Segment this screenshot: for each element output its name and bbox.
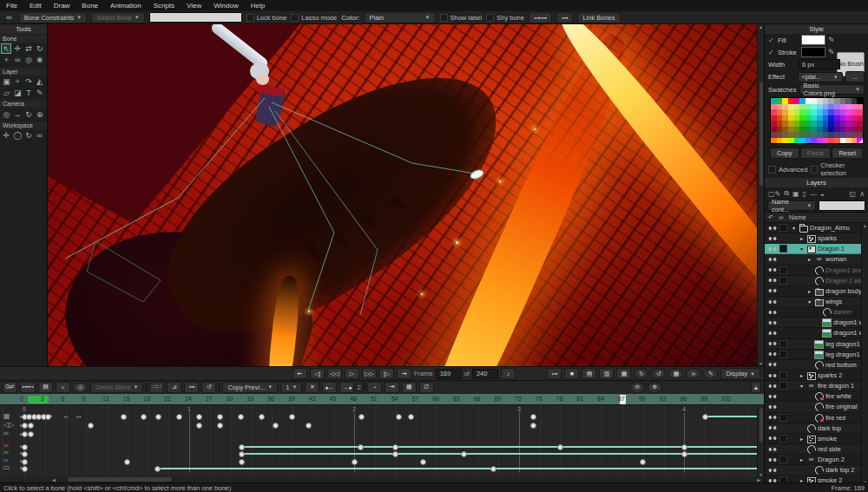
visibility-eyes-icon[interactable] (767, 447, 778, 452)
insert-frame-icon[interactable]: ⇥ (385, 382, 399, 393)
color-swatch[interactable] (852, 138, 858, 144)
keyframe-arrow-icon[interactable]: ↔ (76, 412, 82, 420)
layer-checkbox[interactable] (779, 340, 787, 348)
layer-row-dragon1-win[interactable]: dragon1 win (765, 328, 868, 338)
expand-arrow-icon[interactable]: ▸ (799, 372, 805, 378)
layer-row-fire-dragon-1[interactable]: ▾∞fire dragon 1 (765, 381, 868, 391)
keyframe-dot[interactable] (141, 414, 147, 420)
layer-checkbox[interactable] (779, 414, 787, 422)
jump-end-button[interactable]: ⇥ (397, 368, 411, 379)
reparent-bone-tool-icon[interactable]: ∞ (12, 55, 23, 65)
layer-row-smoke[interactable]: ▸smoke (765, 434, 868, 444)
tracks-vertical-scrollbar[interactable]: ▼ (757, 404, 764, 477)
menu-window[interactable]: Window (207, 2, 244, 10)
roll-camera-tool-icon[interactable]: ↻ (23, 109, 34, 120)
visibility-eyes-icon[interactable] (767, 436, 778, 441)
onion-skin-icon[interactable]: ◎ (73, 382, 88, 393)
select-bone-tool-icon[interactable]: ↖ (1, 43, 11, 54)
layer-row-leg-dragon1-1[interactable]: leg dragon1 1 (765, 339, 868, 350)
orbit-view-icon[interactable]: ↻ (634, 368, 648, 379)
visibility-eyes-icon[interactable] (767, 246, 778, 252)
bone-display-icon[interactable]: ⊶ (547, 368, 562, 379)
stroke-pen-icon[interactable]: ✎ (828, 48, 835, 56)
expand-arrow-icon[interactable]: ▾ (806, 298, 812, 305)
checker-selection-checkbox[interactable]: Checker selection (811, 161, 865, 177)
visibility-eyes-icon[interactable] (767, 394, 778, 399)
effect-dropdown[interactable]: <plai...▼ (798, 72, 843, 82)
keyframe-dot[interactable] (239, 451, 245, 457)
show-grid-icon[interactable]: ▦ (668, 368, 683, 379)
add-bone-tool-icon[interactable]: + (1, 55, 11, 65)
keyframe-dot[interactable] (420, 459, 426, 465)
bone-channel-icon[interactable]: ∞ (3, 430, 9, 437)
layers-vertical-scrollbar[interactable]: ▲▼ (861, 223, 868, 485)
panel-collapse-icon[interactable]: ∧ (859, 190, 865, 198)
stroke-color-swatch[interactable] (801, 47, 825, 57)
visibility-eyes-icon[interactable] (767, 341, 778, 346)
graph-mode-icon[interactable]: ⊿ (167, 382, 181, 393)
color-swatch[interactable] (834, 138, 840, 144)
menu-file[interactable]: File (0, 2, 23, 10)
reset-view-icon[interactable]: ↺ (651, 368, 666, 379)
stereo-view-icon[interactable]: ∞ (686, 368, 700, 379)
lock-bone-checkbox[interactable]: Lock bone (247, 14, 287, 22)
lasso-mode-checkbox[interactable]: Lasso mode (291, 14, 337, 22)
layer-row-dragon-1-wing[interactable]: Dragon 1 wing (765, 276, 868, 286)
keyframe-dot[interactable] (155, 414, 161, 420)
visibility-eyes-icon[interactable] (767, 278, 778, 283)
translate-layer-tool-icon[interactable]: + (12, 76, 23, 87)
bone-strength-tool-icon[interactable]: ◎ (23, 55, 34, 65)
menu-view[interactable]: View (181, 2, 207, 10)
visibility-eyes-icon[interactable] (767, 457, 778, 462)
reset-button[interactable]: Reset (832, 148, 863, 159)
timeline-ruler[interactable]: 0369121518212427303336394245485154576063… (0, 393, 764, 404)
duplicate-layer-icon[interactable]: ⧉ (784, 189, 789, 198)
delete-layer-icon[interactable]: ▯ (803, 190, 806, 198)
menu-animation[interactable]: Animation (104, 2, 148, 10)
layer-channels-icon[interactable]: ▤ (38, 382, 53, 393)
keyframe-dot[interactable] (121, 414, 127, 420)
layer-row-dragon-2[interactable]: ▸∞Dragon 2 (765, 455, 868, 465)
smart-bone-tool-icon[interactable]: ❀ (35, 55, 45, 65)
rotate-bone-tool-icon[interactable]: ↻ (35, 43, 45, 54)
layer-checkbox[interactable] (779, 277, 787, 285)
keyframe-dot[interactable] (239, 444, 245, 450)
tracks-scroll-up-icon[interactable]: ▲ (751, 382, 761, 393)
keyframe-dot[interactable] (239, 459, 245, 465)
reference-layer-icon[interactable]: ▣ (792, 190, 799, 198)
layer-checkbox[interactable] (779, 266, 787, 274)
expand-arrow-icon[interactable]: ▾ (799, 383, 805, 389)
copy-previous-dropdown[interactable]: Copy Previ...▼ (222, 382, 278, 393)
visibility-eyes-icon[interactable] (767, 468, 778, 473)
keyframe-dot[interactable] (259, 414, 265, 420)
link-bones-button[interactable]: Link Bones (577, 12, 620, 23)
keyframe-dot[interactable] (530, 414, 536, 420)
color-swatch[interactable] (777, 138, 783, 144)
keyframe-dot[interactable] (196, 423, 202, 429)
view-split4-icon[interactable]: ▦ (616, 368, 631, 379)
layer-row-darker[interactable]: darker (765, 307, 868, 318)
prev-key-icon[interactable]: ●← (322, 382, 337, 393)
keyframe-dot[interactable] (155, 466, 161, 472)
copy-button[interactable]: Copy (770, 148, 799, 159)
expand-arrow-icon[interactable]: ▾ (791, 225, 797, 231)
bone-color-dropdown[interactable]: Plain▼ (365, 12, 436, 23)
keyframe-dot[interactable] (396, 414, 402, 420)
bone-name-input[interactable] (149, 12, 242, 23)
color-swatch[interactable] (828, 138, 834, 144)
advanced-checkbox[interactable]: Advanced (768, 166, 807, 174)
shear-layer-tool-icon[interactable]: ▱ (1, 88, 11, 98)
layer-row-dragon1-wir[interactable]: dragon1 wir (765, 318, 868, 328)
expand-arrow-icon[interactable]: ▸ (806, 256, 812, 262)
color-swatch[interactable] (788, 138, 794, 144)
search-icon[interactable]: ◒ (820, 190, 825, 198)
grid-icon[interactable]: ∷∷ (149, 382, 164, 393)
visibility-eyes-icon[interactable] (767, 362, 778, 367)
bone-y-channel-icon[interactable]: ∞ (3, 449, 9, 456)
film-icon[interactable]: ▦ (402, 382, 417, 393)
expand-arrow-icon[interactable]: ▸ (799, 456, 805, 462)
display-dropdown[interactable]: Display▼ (720, 368, 760, 379)
swatches-grid[interactable] (770, 97, 864, 144)
view-split2-icon[interactable]: ▤ (582, 368, 596, 379)
bone-constraints-dropdown[interactable]: Bone Constraints▼ (19, 12, 88, 23)
